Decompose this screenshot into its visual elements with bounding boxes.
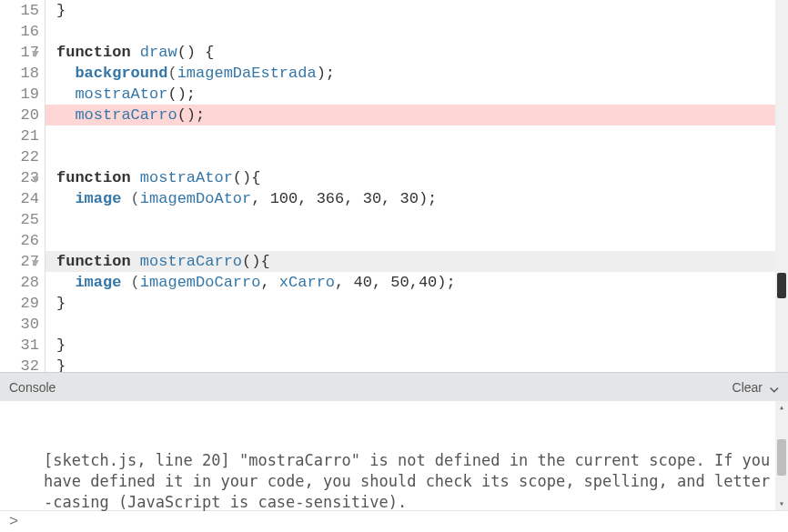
token: imagemDoAtor — [140, 190, 251, 207]
token — [56, 190, 75, 207]
token: 40 — [353, 274, 371, 291]
token: ); — [317, 65, 335, 82]
token: } — [56, 2, 66, 19]
token: (){ — [242, 253, 270, 270]
console-scrollbar-thumb[interactable] — [777, 439, 786, 476]
code-line[interactable]: mostraAtor(); — [56, 84, 788, 105]
token: 366 — [317, 190, 345, 207]
fold-icon[interactable]: ▼ — [30, 253, 41, 274]
token — [56, 85, 75, 103]
token: (); — [167, 85, 196, 103]
token: () { — [177, 44, 215, 61]
token: function — [56, 44, 140, 61]
code-line[interactable]: } — [56, 293, 788, 314]
editor-scrollbar[interactable] — [775, 0, 788, 372]
token: , — [298, 190, 316, 207]
line-number: 20 — [4, 105, 39, 125]
code-line[interactable] — [56, 209, 788, 230]
code-area[interactable]: }function draw() { background(imagemDaEs… — [45, 0, 788, 372]
token: , — [372, 274, 390, 291]
token: , — [381, 190, 399, 207]
scroll-down-icon[interactable]: ▾ — [775, 497, 788, 510]
line-number: 26 — [4, 230, 39, 251]
collapse-console-icon[interactable]: ⌵ — [770, 378, 779, 396]
token — [56, 65, 75, 82]
console-scrollbar[interactable]: ▴ ▾ — [775, 401, 788, 510]
token: , — [335, 274, 353, 291]
token — [56, 106, 75, 124]
code-line[interactable]: } — [56, 356, 788, 372]
line-number: 31 — [4, 335, 39, 356]
token: 50 — [390, 274, 409, 291]
fold-icon[interactable]: ▼ — [30, 169, 41, 190]
code-line[interactable] — [56, 230, 788, 251]
token: mostraCarro — [75, 106, 177, 124]
line-number: 17▼ — [4, 42, 39, 63]
console-error-message: [sketch.js, line 20] "mostraCarro" is no… — [44, 450, 772, 513]
token: , — [251, 190, 269, 207]
token: (){ — [233, 169, 261, 186]
token: ( — [121, 190, 139, 207]
code-line[interactable] — [56, 125, 788, 146]
token: 30 — [363, 190, 381, 207]
token: mostraCarro — [140, 253, 242, 270]
token: , — [344, 190, 362, 207]
code-line[interactable]: image (imagemDoAtor, 100, 366, 30, 30); — [56, 188, 788, 209]
code-line[interactable] — [56, 21, 788, 42]
line-number: 32 — [4, 356, 39, 372]
line-number: 23▼ — [4, 167, 39, 188]
token: ( — [167, 65, 177, 82]
line-number: 16 — [4, 21, 39, 42]
token: 100 — [270, 190, 298, 207]
line-number: 24 — [4, 188, 39, 209]
token: , — [260, 274, 278, 291]
scroll-up-icon[interactable]: ▴ — [775, 401, 788, 414]
line-number: 15 — [4, 0, 39, 21]
clear-button[interactable]: Clear — [732, 380, 763, 395]
code-line[interactable]: } — [56, 335, 788, 356]
scrollbar-thumb[interactable] — [777, 273, 786, 298]
console-title: Console — [9, 380, 56, 395]
line-number: 19 — [4, 84, 39, 105]
token: xCarro — [279, 274, 335, 291]
line-number: 18 — [4, 63, 39, 84]
code-line[interactable]: function draw() { — [56, 42, 788, 63]
token: ); — [437, 274, 455, 291]
code-line[interactable] — [56, 314, 788, 335]
code-line[interactable]: background(imagemDaEstrada); — [56, 63, 788, 84]
code-line[interactable] — [56, 146, 788, 167]
line-number: 25 — [4, 209, 39, 230]
token: 40 — [419, 274, 437, 291]
token: 30 — [400, 190, 419, 207]
token: draw — [140, 44, 177, 61]
line-number-gutter: 151617▼181920212223▼24252627▼2829303132 — [0, 0, 45, 372]
token: image — [75, 190, 121, 207]
token: mostraAtor — [140, 169, 233, 186]
token: imagemDoCarro — [140, 274, 261, 291]
code-line[interactable]: mostraCarro(); — [45, 105, 788, 125]
token — [56, 274, 75, 291]
token: function — [56, 169, 140, 186]
code-line[interactable]: image (imagemDoCarro, xCarro, 40, 50,40)… — [56, 272, 788, 293]
token: ); — [419, 190, 437, 207]
code-line[interactable]: } — [56, 0, 788, 21]
token: mostraAtor — [75, 85, 167, 103]
token: (); — [177, 106, 206, 124]
token: imagemDaEstrada — [177, 65, 317, 82]
line-number: 30 — [4, 314, 39, 335]
token: function — [56, 253, 140, 270]
code-line[interactable]: function mostraAtor(){ — [56, 167, 788, 188]
code-editor[interactable]: 151617▼181920212223▼24252627▼2829303132 … — [0, 0, 788, 372]
line-number: 29 — [4, 293, 39, 314]
console-output: [sketch.js, line 20] "mostraCarro" is no… — [0, 401, 788, 510]
token: ( — [121, 274, 139, 291]
token: } — [56, 295, 66, 312]
fold-icon[interactable]: ▼ — [30, 44, 41, 65]
line-number: 28 — [4, 272, 39, 293]
token: } — [56, 336, 66, 354]
code-line[interactable]: function mostraCarro(){ — [45, 251, 788, 272]
token: , — [409, 274, 419, 291]
line-number: 22 — [4, 146, 39, 167]
line-number: 27▼ — [4, 251, 39, 272]
token: background — [75, 65, 167, 82]
